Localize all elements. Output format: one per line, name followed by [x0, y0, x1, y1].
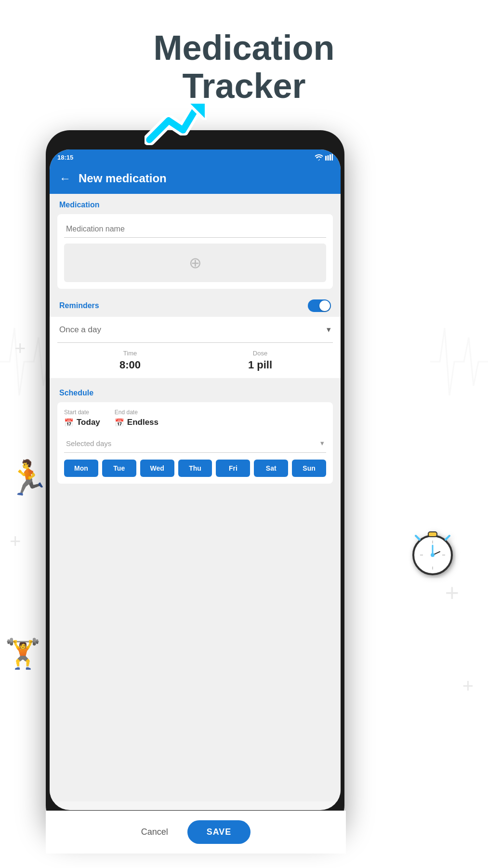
- days-dropdown-icon: ▾: [320, 439, 324, 448]
- day-mon[interactable]: Mon: [64, 460, 98, 477]
- calendar-icon-end: 📅: [115, 418, 124, 427]
- time-label: Time: [65, 350, 195, 357]
- calendar-icon-start: 📅: [64, 418, 74, 427]
- start-date-label: Start date: [64, 409, 100, 416]
- app-title-section: Medication Tracker: [0, 29, 488, 105]
- frequency-value: Once a day: [59, 325, 101, 335]
- status-icons: [315, 154, 333, 161]
- reminders-label: Reminders: [59, 301, 99, 310]
- time-dose-row: Time 8:00 Dose 1 pill: [57, 343, 333, 378]
- status-time: 18:15: [57, 154, 73, 161]
- day-fri[interactable]: Fri: [216, 460, 250, 477]
- app-title: Medication Tracker: [0, 29, 488, 105]
- days-dropdown-value: Selected days: [66, 439, 111, 448]
- reminders-toggle[interactable]: [308, 299, 331, 312]
- selected-days-dropdown[interactable]: Selected days ▾: [64, 434, 326, 453]
- stopwatch-icon: [406, 525, 459, 588]
- bottom-actions: Cancel SAVE: [46, 811, 346, 854]
- dose-label: Dose: [195, 350, 325, 357]
- medication-section-label: Medication: [50, 194, 341, 214]
- schedule-card: Start date 📅 Today End date 📅 Endless: [57, 402, 333, 484]
- dropdown-icon: ▾: [327, 325, 331, 335]
- reminders-row: Reminders: [50, 295, 341, 317]
- svg-rect-13: [325, 156, 327, 161]
- end-date-col: End date 📅 Endless: [115, 409, 158, 427]
- time-column: Time 8:00: [65, 350, 195, 371]
- back-button[interactable]: ←: [59, 172, 71, 185]
- dose-value[interactable]: 1 pill: [195, 359, 325, 371]
- date-row: Start date 📅 Today End date 📅 Endless: [64, 409, 326, 427]
- cancel-button[interactable]: Cancel: [141, 827, 168, 837]
- add-photo-button[interactable]: ⊕: [64, 244, 326, 282]
- phone-frame: 18:15 ← New medication Medication ⊕: [46, 130, 344, 829]
- schedule-section: Schedule Start date 📅 Today End date: [50, 382, 341, 484]
- app-content: Medication ⊕ Reminders Once a day ▾: [50, 194, 341, 801]
- days-grid: Mon Tue Wed Thu Fri Sat Sun: [64, 460, 326, 477]
- time-value[interactable]: 8:00: [65, 359, 195, 371]
- svg-rect-16: [332, 154, 333, 161]
- day-sun[interactable]: Sun: [292, 460, 326, 477]
- medication-card: ⊕: [57, 214, 333, 289]
- save-button[interactable]: SAVE: [187, 820, 251, 844]
- svg-line-4: [446, 536, 449, 540]
- svg-point-12: [431, 553, 435, 557]
- svg-rect-15: [330, 154, 331, 161]
- day-thu[interactable]: Thu: [178, 460, 212, 477]
- app-header: ← New medication: [50, 165, 341, 194]
- end-date-value[interactable]: 📅 Endless: [115, 418, 158, 427]
- svg-rect-14: [328, 155, 329, 161]
- start-date-col: Start date 📅 Today: [64, 409, 100, 427]
- day-sat[interactable]: Sat: [254, 460, 288, 477]
- frequency-dropdown[interactable]: Once a day ▾: [57, 317, 333, 343]
- frequency-section: Once a day ▾ Time 8:00 Dose 1 pill: [50, 317, 341, 378]
- add-photo-icon: ⊕: [189, 254, 202, 272]
- day-tue[interactable]: Tue: [102, 460, 136, 477]
- day-wed[interactable]: Wed: [140, 460, 174, 477]
- svg-line-3: [416, 536, 420, 540]
- svg-rect-2: [428, 532, 437, 537]
- start-date-value[interactable]: 📅 Today: [64, 418, 100, 427]
- end-date-label: End date: [115, 409, 158, 416]
- schedule-label: Schedule: [50, 382, 341, 402]
- header-title: New medication: [79, 172, 167, 185]
- arrow-icon: [145, 101, 207, 159]
- toggle-knob: [319, 300, 330, 311]
- dose-column: Dose 1 pill: [195, 350, 325, 371]
- phone-screen: 18:15 ← New medication Medication ⊕: [50, 149, 341, 810]
- medication-name-input[interactable]: [64, 221, 326, 238]
